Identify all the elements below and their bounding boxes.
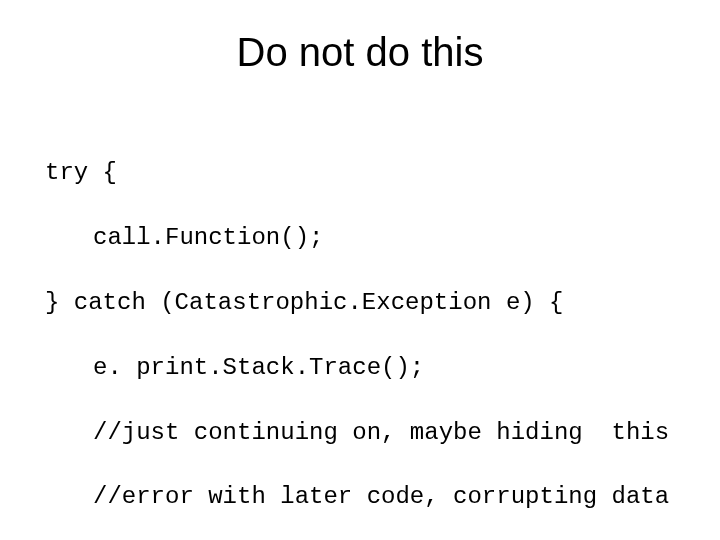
code-line: //error with later code, corrupting data	[45, 481, 680, 513]
code-line: //just continuing on, maybe hiding this	[45, 417, 680, 449]
code-line: } catch (Catastrophic.Exception e) {	[45, 287, 680, 319]
code-block: try { call.Function(); } catch (Catastro…	[40, 125, 680, 540]
code-line: try {	[45, 157, 680, 189]
code-line: call.Function();	[45, 222, 680, 254]
slide-title: Do not do this	[40, 30, 680, 75]
code-line: e. print.Stack.Trace();	[45, 352, 680, 384]
